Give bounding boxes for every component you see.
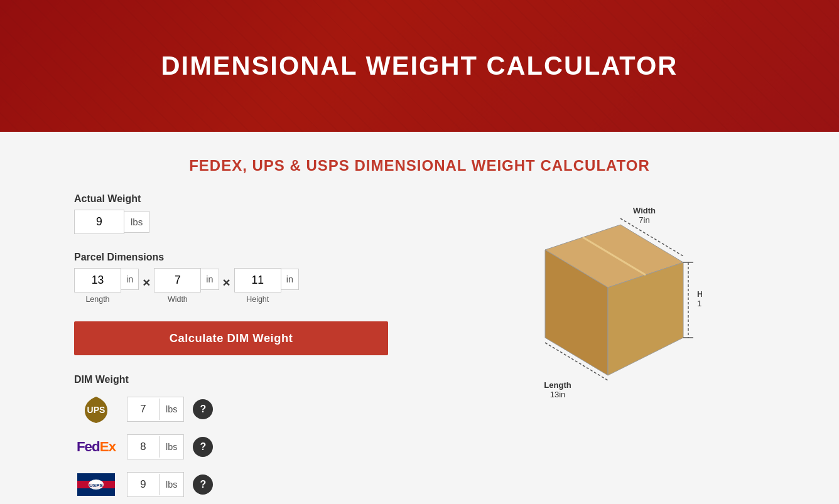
parcel-dimensions-label: Parcel Dimensions [74,252,388,263]
length-label: Length [85,295,109,304]
page-subtitle: FEDEX, UPS & USPS DIMENSIONAL WEIGHT CAL… [38,157,801,174]
actual-weight-unit: lbs [124,211,149,233]
usps-result-box: 9 lbs [127,472,184,497]
svg-text:UPS: UPS [87,405,106,415]
fedex-result-box: 8 lbs [127,434,184,459]
ups-result-box: 7 lbs [127,397,184,422]
height-group: Height [234,268,281,304]
multiply-sign-1: × [139,275,154,290]
svg-text:USPS: USPS [89,483,103,488]
fedex-fed-text: Fed [77,439,100,454]
width-input[interactable] [154,268,201,292]
length-diagram-label: Length [544,380,571,390]
height-input[interactable] [234,268,281,292]
actual-weight-label: Actual Weight [74,193,388,205]
length-unit: in [121,269,139,290]
ups-result-value: 7 [127,397,159,421]
hero-section: DIMENSIONAL WEIGHT CALCULATOR [0,0,839,132]
fedex-logo: FedEx [74,433,118,461]
ups-logo: UPS [74,395,118,423]
height-unit: in [281,269,299,290]
dimensions-row: Length in × Width in × Height in [74,268,388,304]
ups-help-icon[interactable]: ? [193,399,213,419]
box-diagram: Width 7in Height 11in Length 13in [489,200,702,400]
ups-row: UPS 7 lbs ? [74,395,388,423]
width-label: Width [168,295,188,304]
dim-weight-title: DIM Weight [74,374,388,385]
length-input[interactable] [74,268,121,292]
width-group: Width [154,268,201,304]
main-content: FEDEX, UPS & USPS DIMENSIONAL WEIGHT CAL… [0,132,839,504]
usps-result-unit: lbs [159,474,183,495]
hero-title: DIMENSIONAL WEIGHT CALCULATOR [161,51,678,81]
height-label: Height [246,295,269,304]
height-diagram-value: 11in [697,299,702,308]
length-group: Length [74,268,121,304]
fedex-result-value: 8 [127,435,159,459]
usps-help-icon[interactable]: ? [193,475,213,495]
length-diagram-value: 13in [550,390,566,399]
usps-logo-svg: USPS [77,473,115,496]
width-unit: in [201,269,219,290]
fedex-row: FedEx 8 lbs ? [74,433,388,461]
actual-weight-row: lbs [74,210,388,234]
actual-weight-input[interactable] [74,210,124,234]
box-diagram-svg: Width 7in Height 11in Length 13in [489,200,702,400]
width-diagram-label: Width [633,206,656,215]
form-section: Actual Weight lbs Parcel Dimensions Leng… [74,193,388,504]
multiply-sign-2: × [219,275,234,290]
fedex-help-icon[interactable]: ? [193,437,213,457]
usps-row: USPS 9 lbs ? [74,471,388,498]
box-illustration: Width 7in Height 11in Length 13in [426,193,765,400]
calculate-button[interactable]: Calculate DIM Weight [74,321,388,355]
fedex-logo-text: FedEx [77,440,116,454]
width-diagram-value: 7in [639,215,649,225]
ups-logo-svg: UPS [80,395,112,423]
fedex-ex-text: Ex [100,439,116,454]
usps-logo: USPS [74,471,118,498]
usps-result-value: 9 [127,473,159,496]
fedex-result-unit: lbs [159,436,183,458]
calculator-layout: Actual Weight lbs Parcel Dimensions Leng… [74,193,765,504]
height-diagram-label: Height [697,289,702,299]
ups-result-unit: lbs [159,399,183,420]
